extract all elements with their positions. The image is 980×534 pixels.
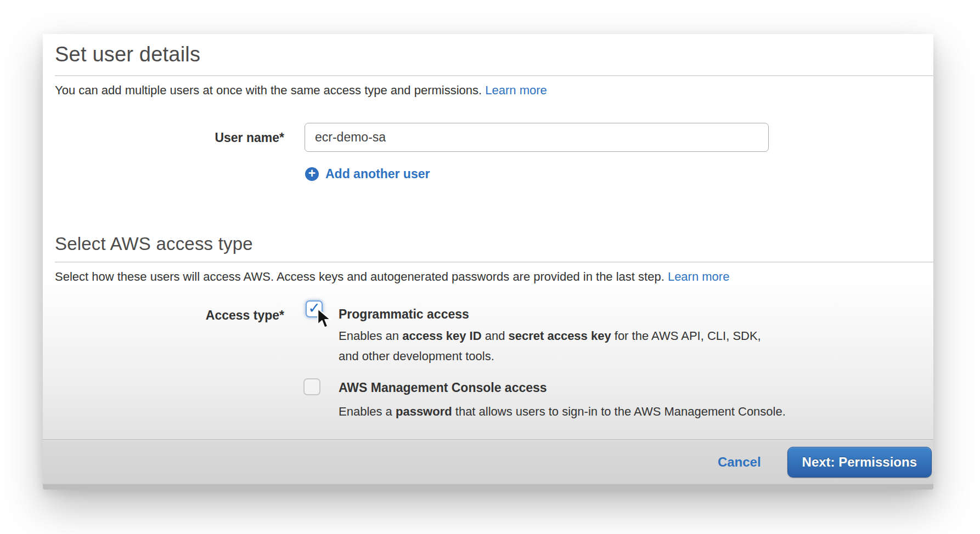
desc-bold: secret access key bbox=[508, 329, 611, 343]
next-permissions-button[interactable]: Next: Permissions bbox=[787, 447, 932, 478]
checkmark-icon: ✓ bbox=[308, 301, 320, 316]
desc-text: Enables a bbox=[339, 405, 396, 418]
access-type-description-text: Select how these users will access AWS. … bbox=[55, 270, 668, 283]
console-access-description: Enables a password that allows users to … bbox=[339, 401, 942, 422]
add-user-wizard-card: Set user details You can add multiple us… bbox=[43, 34, 933, 490]
access-type-label: Access type* bbox=[43, 308, 284, 323]
user-name-label: User name* bbox=[43, 130, 284, 145]
wizard-content: Set user details You can add multiple us… bbox=[43, 34, 933, 439]
desc-bold: password bbox=[396, 405, 452, 418]
cancel-button[interactable]: Cancel bbox=[718, 455, 761, 470]
desc-text: Enables an bbox=[339, 329, 402, 343]
programmatic-access-checkbox[interactable]: ✓ bbox=[306, 300, 323, 317]
desc-bold: access key ID bbox=[402, 329, 481, 343]
user-details-description: You can add multiple users at once with … bbox=[55, 83, 547, 98]
console-access-checkbox[interactable] bbox=[303, 378, 320, 395]
user-name-input[interactable] bbox=[305, 123, 769, 152]
add-another-user-button[interactable]: + Add another user bbox=[305, 167, 430, 181]
console-access-label[interactable]: AWS Management Console access bbox=[339, 380, 547, 395]
desc-text: that allows users to sign-in to the AWS … bbox=[452, 405, 786, 418]
programmatic-access-description: Enables an access key ID and secret acce… bbox=[339, 326, 778, 366]
section-divider bbox=[55, 75, 933, 76]
learn-more-link-access-type[interactable]: Learn more bbox=[668, 270, 730, 283]
add-another-user-label: Add another user bbox=[325, 167, 430, 181]
access-type-description: Select how these users will access AWS. … bbox=[55, 270, 729, 284]
wizard-footer: Cancel Next: Permissions bbox=[43, 439, 933, 484]
card-bottom-edge bbox=[43, 484, 933, 490]
plus-icon: + bbox=[305, 167, 319, 181]
desc-text: and bbox=[482, 329, 509, 343]
user-details-description-text: You can add multiple users at once with … bbox=[55, 83, 485, 97]
section-divider bbox=[55, 262, 933, 263]
access-type-section-title: Select AWS access type bbox=[55, 234, 253, 254]
programmatic-access-label[interactable]: Programmatic access bbox=[339, 307, 469, 322]
learn-more-link-user-details[interactable]: Learn more bbox=[485, 83, 547, 97]
page-title: Set user details bbox=[55, 43, 200, 66]
